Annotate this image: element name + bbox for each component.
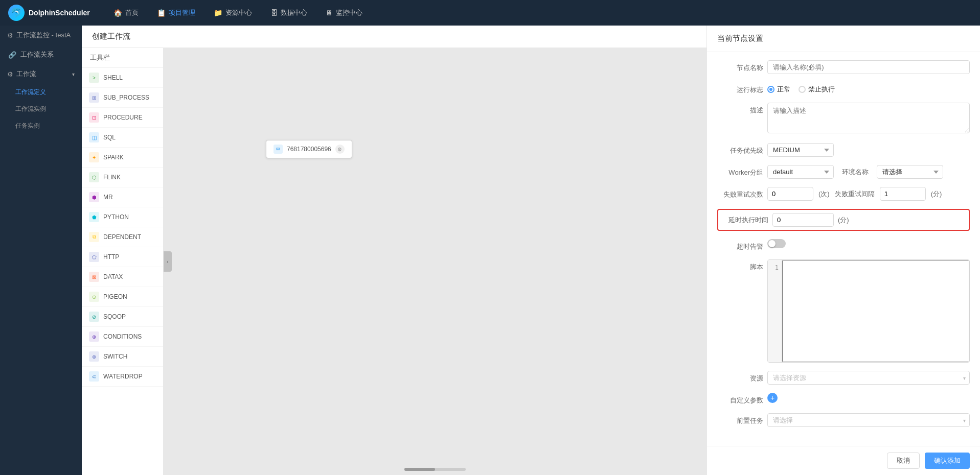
node-settings-button[interactable]: ⚙ xyxy=(335,145,345,154)
tool-http-label: HTTP xyxy=(103,253,119,260)
desc-label: 描述 xyxy=(717,103,763,115)
tool-sqoop[interactable]: ⊘ SQOOP xyxy=(82,307,163,327)
nav-project-label: 项目管理 xyxy=(169,8,195,17)
tool-http[interactable]: ⬠ HTTP xyxy=(82,247,163,267)
logo-icon: 🐬 xyxy=(8,5,25,21)
radio-forbidden-dot xyxy=(799,86,806,93)
sidebar-item-definition[interactable]: 工作流定义 xyxy=(0,84,82,101)
run-flag-label: 运行标志 xyxy=(717,82,763,94)
timeout-toggle[interactable] xyxy=(767,239,786,248)
dependent-icon: ⧉ xyxy=(89,232,99,242)
mr-icon: ⬢ xyxy=(89,192,99,202)
sidebar-item-workflow-instance[interactable]: 工作流实例 xyxy=(0,101,82,117)
custom-params-control: + xyxy=(767,393,778,403)
pre-task-arrow-icon: ▾ xyxy=(963,417,966,423)
subprocess-icon: ⊞ xyxy=(89,92,99,103)
delay-input[interactable] xyxy=(772,213,834,227)
chevron-down-icon: ▾ xyxy=(72,72,75,77)
workflow-body: 工具栏 > SHELL ⊞ SUB_PROCESS ⊡ PROCEDURE ◫ … xyxy=(82,48,706,475)
tool-dependent[interactable]: ⧉ DEPENDENT xyxy=(82,227,163,247)
workflow-area: 创建工作流 工具栏 > SHELL ⊞ SUB_PROCESS ⊡ PROCED… xyxy=(82,26,706,475)
nav-project[interactable]: 📋 项目管理 xyxy=(149,4,203,21)
canvas-area[interactable]: ✉ 7681780005696 ⚙ ‹ xyxy=(164,48,706,475)
tool-flink[interactable]: ⬡ FLINK xyxy=(82,168,163,187)
tool-sqoop-label: SQOOP xyxy=(103,313,126,320)
form-area: 节点名称 运行标志 正常 禁止执行 xyxy=(707,52,980,446)
sidebar-task-instance-label: 任务实例 xyxy=(15,122,40,129)
node-name-input[interactable] xyxy=(767,60,970,74)
retry-interval-input[interactable] xyxy=(880,187,926,201)
conditions-icon: ⊕ xyxy=(89,331,99,342)
nav-items: 🏠 首页 📋 项目管理 📁 资源中心 🗄 数据中心 🖥 监控中心 xyxy=(105,4,972,21)
timeout-control xyxy=(767,239,970,248)
nav-monitor[interactable]: 🖥 监控中心 xyxy=(317,4,371,21)
tool-conditions[interactable]: ⊕ CONDITIONS xyxy=(82,327,163,347)
tool-python[interactable]: ⬟ PYTHON xyxy=(82,207,163,227)
pre-task-select[interactable]: 请选择 xyxy=(767,413,970,427)
env-select[interactable]: 请选择 xyxy=(877,165,943,179)
switch-icon: ⊗ xyxy=(89,351,99,362)
add-param-button[interactable]: + xyxy=(767,393,778,403)
tool-procedure[interactable]: ⊡ PROCEDURE xyxy=(82,108,163,128)
retry-times-input[interactable] xyxy=(767,187,813,201)
priority-control: MEDIUM xyxy=(767,143,970,157)
resource-select[interactable]: 请选择资源 xyxy=(767,371,970,385)
sidebar-item-workflow-relation[interactable]: 🔗 工作流关系 xyxy=(0,45,82,64)
tool-pigeon[interactable]: ⊙ PIGEON xyxy=(82,287,163,307)
worker-group-label: Worker分组 xyxy=(717,165,763,177)
radio-normal[interactable]: 正常 xyxy=(767,85,790,94)
canvas-scrollbar[interactable] xyxy=(404,468,466,471)
tool-pigeon-label: PIGEON xyxy=(103,293,127,300)
run-flag-row: 运行标志 正常 禁止执行 xyxy=(717,82,970,94)
panel-footer: 取消 确认添加 xyxy=(707,446,980,475)
tool-conditions-label: CONDITIONS xyxy=(103,333,142,340)
desc-input[interactable] xyxy=(767,103,970,133)
nav-resource[interactable]: 📁 资源中心 xyxy=(206,4,260,21)
priority-select[interactable]: MEDIUM xyxy=(767,143,834,157)
confirm-button[interactable]: 确认添加 xyxy=(925,453,970,469)
pigeon-icon: ⊙ xyxy=(89,292,99,302)
tool-subprocess-label: SUB_PROCESS xyxy=(103,94,149,101)
tool-subprocess[interactable]: ⊞ SUB_PROCESS xyxy=(82,88,163,108)
tool-waterdrop[interactable]: ⊂ WATERDROP xyxy=(82,367,163,387)
app-name: DolphinScheduler xyxy=(29,9,90,17)
nav-resource-label: 资源中心 xyxy=(225,8,252,17)
tool-spark[interactable]: ✦ SPARK xyxy=(82,148,163,168)
script-textarea[interactable] xyxy=(782,260,969,362)
sidebar-group-label: 工作流监控 - testA xyxy=(16,31,71,40)
canvas-node[interactable]: ✉ 7681780005696 ⚙ xyxy=(266,140,352,158)
tool-shell[interactable]: > SHELL xyxy=(82,68,163,88)
sqoop-icon: ⊘ xyxy=(89,312,99,322)
workflow-monitor-icon: ⚙ xyxy=(7,32,13,39)
tool-python-label: PYTHON xyxy=(103,213,129,221)
tool-procedure-label: PROCEDURE xyxy=(103,114,143,121)
radio-group: 正常 禁止执行 xyxy=(767,82,970,94)
tool-waterdrop-label: WATERDROP xyxy=(103,373,143,380)
tool-datax[interactable]: ⊠ DATAX xyxy=(82,267,163,287)
tool-sql[interactable]: ◫ SQL xyxy=(82,128,163,148)
sidebar-item-task-instance[interactable]: 任务实例 xyxy=(0,117,82,134)
main-layout: ⚙ 工作流监控 - testA 🔗 工作流关系 ⚙ 工作流 ▾ 工作流定义 工作… xyxy=(0,26,980,475)
nav-home[interactable]: 🏠 首页 xyxy=(105,4,147,21)
custom-params-label: 自定义参数 xyxy=(717,393,763,405)
tool-switch[interactable]: ⊗ SWITCH xyxy=(82,347,163,367)
retry-interval-label: 失败重试间隔 xyxy=(835,189,875,199)
run-flag-control: 正常 禁止执行 xyxy=(767,82,970,94)
nav-monitor-label: 监控中心 xyxy=(336,8,362,17)
spark-icon: ✦ xyxy=(89,152,99,162)
radio-forbidden[interactable]: 禁止执行 xyxy=(799,85,835,94)
canvas-collapse-button[interactable]: ‹ xyxy=(164,251,172,272)
pre-task-label: 前置任务 xyxy=(717,413,763,425)
sidebar-workflow-instance-label: 工作流实例 xyxy=(15,105,46,112)
workflow-header: 创建工作流 xyxy=(82,26,706,48)
monitor-icon: 🖥 xyxy=(326,9,333,17)
cancel-button[interactable]: 取消 xyxy=(887,453,920,469)
tool-mr[interactable]: ⬢ MR xyxy=(82,187,163,207)
script-control: 1 xyxy=(767,259,970,363)
nav-data[interactable]: 🗄 数据中心 xyxy=(262,4,315,21)
radio-normal-dot xyxy=(767,86,774,93)
radio-normal-label: 正常 xyxy=(777,85,790,94)
worker-group-select[interactable]: default xyxy=(767,165,834,179)
priority-row: 任务优先级 MEDIUM xyxy=(717,143,970,157)
app-logo[interactable]: 🐬 DolphinScheduler xyxy=(8,5,90,21)
